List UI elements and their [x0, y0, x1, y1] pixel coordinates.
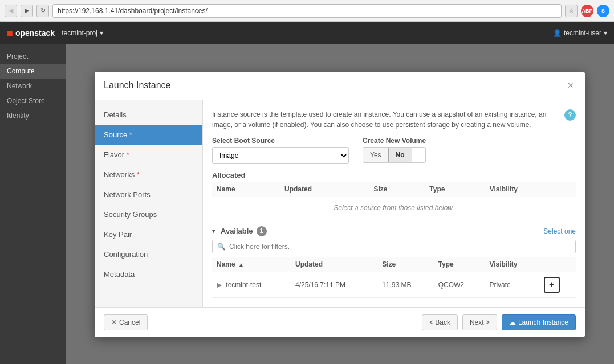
project-selector[interactable]: tecmint-proj ▾: [62, 29, 103, 37]
filter-input[interactable]: [229, 243, 571, 251]
modal-close-button[interactable]: ×: [565, 80, 576, 92]
volume-yes-button[interactable]: Yes: [363, 148, 388, 162]
modal-sidebar-security-groups[interactable]: Security Groups: [95, 205, 202, 224]
select-one-button[interactable]: Select one: [543, 227, 576, 235]
available-label: ▾ Available 1: [212, 226, 267, 236]
col-updated: Updated: [280, 182, 369, 197]
modal-title: Launch Instance: [104, 80, 170, 91]
available-table: Name ▲ Updated Size Type Visibility: [212, 257, 576, 298]
modal-footer: ✕ Cancel < Back Next >: [95, 307, 585, 337]
filter-row: 🔍: [212, 240, 576, 253]
sidebar-item-network[interactable]: Network: [0, 79, 66, 93]
modal-sidebar-source[interactable]: Source *: [95, 125, 202, 145]
volume-label: Create New Volume: [363, 137, 426, 145]
boot-source-group: Select Boot Source Image Snapshot Volume…: [212, 137, 349, 164]
allocated-table: Name Updated Size Type Visibility: [212, 182, 576, 219]
avail-col-type: Type: [434, 257, 485, 272]
logo-text: openstack: [15, 28, 55, 38]
avail-col-size: Size: [377, 257, 434, 272]
abp-avatar: ABP: [581, 5, 593, 17]
modal-sidebar-details[interactable]: Details: [95, 105, 202, 125]
sidebar-item-compute[interactable]: Compute: [0, 64, 66, 79]
volume-toggle: Yes No: [363, 147, 426, 163]
search-icon: 🔍: [217, 243, 226, 251]
content-area: Launch Instance × Details Source * F: [66, 44, 614, 364]
add-button[interactable]: +: [544, 277, 560, 293]
modal-sidebar-metadata[interactable]: Metadata: [95, 264, 202, 284]
row-name: ▶ tecmint-test: [212, 272, 291, 297]
flavor-required: *: [127, 150, 129, 159]
next-label: Next >: [470, 318, 490, 326]
url-text: https://192.168.1.41/dashboard/project/i…: [58, 7, 208, 15]
main-layout: Project Compute Network Object Store Ide…: [0, 44, 614, 364]
row-size: 11.93 MB: [377, 272, 434, 297]
bookmark-button[interactable]: ☆: [565, 5, 578, 17]
cancel-label: Cancel: [119, 318, 140, 326]
modal-sidebar-flavor[interactable]: Flavor *: [95, 145, 202, 165]
cancel-button[interactable]: ✕ Cancel: [104, 314, 148, 330]
next-button[interactable]: Next >: [462, 314, 497, 330]
available-header: ▾ Available 1 Select one: [212, 226, 576, 236]
table-row: ▶ tecmint-test 4/25/16 7:11 PM 11.93 MB …: [212, 272, 576, 297]
available-section: ▾ Available 1 Select one 🔍: [212, 226, 576, 298]
modal-sidebar-networks[interactable]: Networks *: [95, 165, 202, 185]
help-icon[interactable]: ?: [564, 109, 576, 121]
launch-icon: ☁: [509, 318, 516, 326]
row-type: QCOW2: [434, 272, 485, 297]
modal-body: Details Source * Flavor * Networks * Net…: [95, 100, 585, 307]
logo-icon: ■: [7, 27, 13, 39]
col-type: Type: [425, 182, 485, 197]
boot-source-select[interactable]: Image Snapshot Volume Volume Snapshot: [212, 147, 349, 164]
networks-required: *: [137, 170, 140, 179]
modal-header: Launch Instance ×: [95, 72, 585, 100]
footer-left: ✕ Cancel: [104, 314, 148, 330]
source-required: *: [129, 130, 132, 139]
back-button[interactable]: ◀: [5, 5, 17, 17]
sk-avatar: S: [597, 5, 609, 17]
modal-description: Instance source is the template used to …: [212, 109, 576, 130]
modal-sidebar-key-pair[interactable]: Key Pair: [95, 224, 202, 244]
top-nav-right: 👤 tecmint-user ▾: [553, 29, 607, 37]
allocated-section: Allocated Name Updated Size Type: [212, 171, 576, 219]
boot-source-row: Select Boot Source Image Snapshot Volume…: [212, 137, 576, 164]
launch-label: Launch Instance: [518, 318, 568, 326]
available-table-header: Name ▲ Updated Size Type Visibility: [212, 257, 576, 272]
back-label: < Back: [429, 318, 450, 326]
allocated-empty-row: Select a source from those listed below.: [212, 197, 576, 219]
chevron-down-icon: ▾: [212, 228, 215, 234]
row-updated: 4/25/16 7:11 PM: [291, 272, 377, 297]
reload-button[interactable]: ↻: [36, 5, 49, 17]
row-expand-icon[interactable]: ▶: [217, 281, 222, 289]
sort-icon: ▲: [238, 261, 244, 268]
row-visibility: Private: [485, 272, 539, 297]
modal-sidebar: Details Source * Flavor * Networks * Net…: [95, 100, 203, 307]
user-menu[interactable]: 👤 tecmint-user ▾: [553, 29, 607, 37]
back-button[interactable]: < Back: [422, 314, 458, 330]
avail-col-action: [539, 257, 576, 272]
forward-button[interactable]: ▶: [21, 5, 33, 17]
modal-overlay: Launch Instance × Details Source * F: [66, 44, 614, 364]
avail-col-updated: Updated: [291, 257, 377, 272]
row-add-cell: +: [539, 272, 576, 297]
url-bar[interactable]: https://192.168.1.41/dashboard/project/i…: [52, 4, 562, 18]
volume-group: Create New Volume Yes No: [363, 137, 426, 163]
sidebar-item-project[interactable]: Project: [0, 49, 66, 64]
cancel-icon: ✕: [111, 318, 117, 326]
top-nav: ■ openstack tecmint-proj ▾ 👤 tecmint-use…: [0, 22, 614, 44]
app-container: ■ openstack tecmint-proj ▾ 👤 tecmint-use…: [0, 22, 614, 364]
browser-chrome: ◀ ▶ ↻ https://192.168.1.41/dashboard/pro…: [0, 0, 614, 22]
modal-sidebar-network-ports[interactable]: Network Ports: [95, 185, 202, 205]
description-text: Instance source is the template used to …: [212, 109, 560, 130]
sidebar-item-objectstore[interactable]: Object Store: [0, 93, 66, 108]
available-count: 1: [257, 226, 267, 236]
modal-sidebar-configuration[interactable]: Configuration: [95, 244, 202, 264]
col-visibility: Visibility: [485, 182, 576, 197]
avail-col-name: Name ▲: [212, 257, 291, 272]
openstack-logo: ■ openstack: [7, 27, 55, 39]
user-icon: 👤: [553, 29, 562, 37]
sidebar-item-identity[interactable]: Identity: [0, 108, 66, 123]
volume-no-button[interactable]: No: [388, 148, 412, 162]
col-size: Size: [369, 182, 425, 197]
allocated-table-header: Name Updated Size Type Visibility: [212, 182, 576, 197]
launch-instance-button[interactable]: ☁ Launch Instance: [502, 314, 576, 330]
